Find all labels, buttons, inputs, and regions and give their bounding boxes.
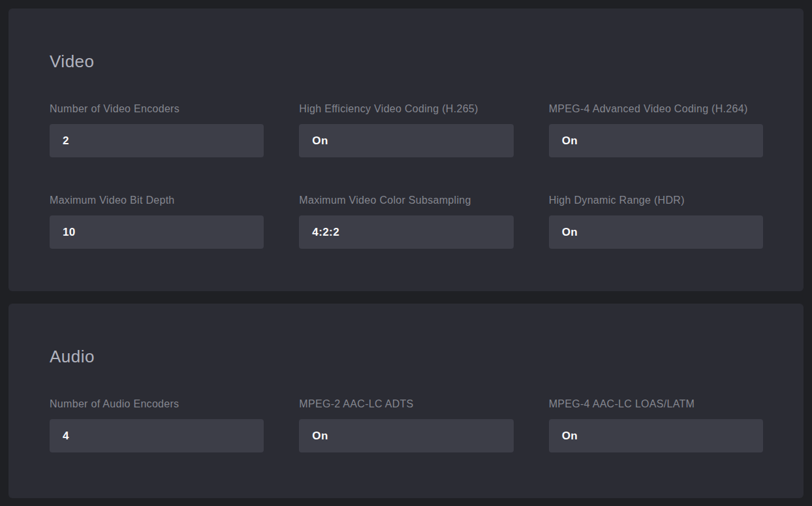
field-high-dynamic-range-hdr: High Dynamic Range (HDR) On <box>549 181 763 249</box>
number-of-audio-encoders-input[interactable]: 4 <box>50 419 264 452</box>
field-number-of-audio-encoders: Number of Audio Encoders 4 <box>50 385 264 452</box>
field-label: MPEG-4 Advanced Video Coding (H.264) <box>549 89 763 116</box>
number-of-video-encoders-input[interactable]: 2 <box>50 124 264 157</box>
field-high-efficiency-video-coding-h-265: High Efficiency Video Coding (H.265) On <box>299 89 513 157</box>
field-number-of-video-encoders: Number of Video Encoders 2 <box>50 89 264 157</box>
high-dynamic-range-hdr-input[interactable]: On <box>549 215 763 249</box>
section-audio: Audio Number of Audio Encoders 4 MPEG-2 … <box>8 304 804 498</box>
maximum-video-color-subsampling-input[interactable]: 4:2:2 <box>299 215 513 249</box>
maximum-video-bit-depth-input[interactable]: 10 <box>50 215 264 249</box>
field-mpeg-4-advanced-video-coding-h-264: MPEG-4 Advanced Video Coding (H.264) On <box>549 89 763 157</box>
field-label: Number of Video Encoders <box>50 89 264 116</box>
section-video: Video Number of Video Encoders 2 High Ef… <box>8 8 804 291</box>
field-mpeg-2-aac-lc-adts: MPEG-2 AAC-LC ADTS On <box>299 385 513 452</box>
field-maximum-video-bit-depth: Maximum Video Bit Depth 10 <box>50 181 264 249</box>
section-title: Audio <box>50 348 763 365</box>
field-maximum-video-color-subsampling: Maximum Video Color Subsampling 4:2:2 <box>299 181 513 249</box>
field-label: High Dynamic Range (HDR) <box>549 181 763 207</box>
field-label: High Efficiency Video Coding (H.265) <box>299 89 513 116</box>
field-label: MPEG-4 AAC-LC LOAS/LATM <box>549 385 763 411</box>
section-title: Video <box>50 53 763 70</box>
encoder-capabilities-page: Video Number of Video Encoders 2 High Ef… <box>0 8 812 498</box>
high-efficiency-video-coding-h-265-input[interactable]: On <box>299 124 513 157</box>
fields-grid: Number of Video Encoders 2 High Efficien… <box>50 89 763 249</box>
field-label: MPEG-2 AAC-LC ADTS <box>299 385 513 411</box>
mpeg-4-aac-lc-loas-latm-input[interactable]: On <box>549 419 763 452</box>
field-label: Number of Audio Encoders <box>50 385 264 411</box>
mpeg-2-aac-lc-adts-input[interactable]: On <box>299 419 513 452</box>
fields-grid: Number of Audio Encoders 4 MPEG-2 AAC-LC… <box>50 385 763 452</box>
mpeg-4-advanced-video-coding-h-264-input[interactable]: On <box>549 124 763 157</box>
field-label: Maximum Video Bit Depth <box>50 181 264 207</box>
field-mpeg-4-aac-lc-loas-latm: MPEG-4 AAC-LC LOAS/LATM On <box>549 385 763 452</box>
field-label: Maximum Video Color Subsampling <box>299 181 513 207</box>
